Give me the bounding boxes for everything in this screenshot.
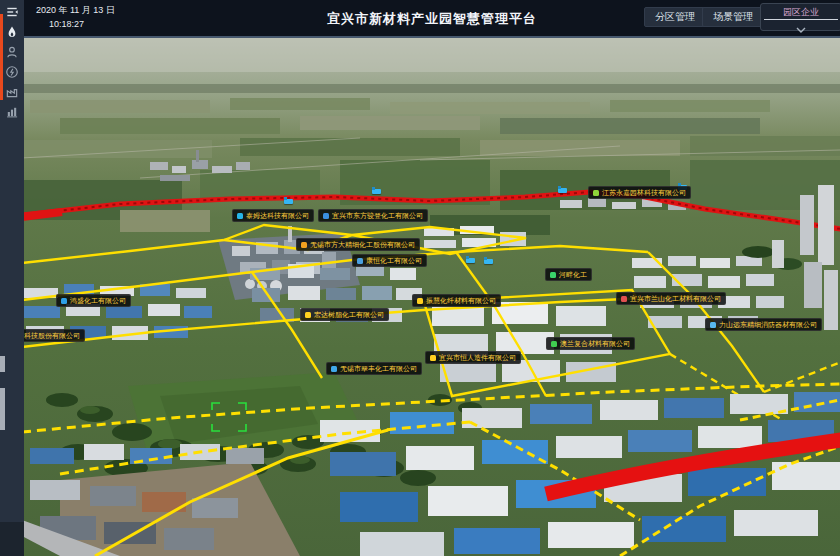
company-marker-icon <box>593 190 599 196</box>
left-sidebar <box>0 0 24 556</box>
company-label-text: 鸿盛化工有限公司 <box>70 297 126 304</box>
company-label-text: 宜兴市兰山化工材料有限公司 <box>630 295 721 302</box>
app-root: { "header": { "date": "2020 年 11 月 13 日"… <box>0 0 840 556</box>
company-marker-icon <box>301 242 307 248</box>
company-label-text: 力山远东精细消防器材有限公司 <box>719 321 817 328</box>
scene-management-button[interactable]: 场景管理 <box>702 7 764 27</box>
company-label-text: 江苏永嘉园林科技有限公司 <box>602 189 686 196</box>
edge-sliver <box>0 356 5 372</box>
company-label-text: 河畔化工 <box>559 271 587 278</box>
company-marker-icon <box>305 312 311 318</box>
company-marker-icon <box>550 272 556 278</box>
company-label-text: 宏达树脂化工有限公司 <box>314 311 384 318</box>
dropdown-label: 园区企业 <box>761 4 840 19</box>
map-company-label[interactable]: 康恒化工有限公司 <box>352 254 427 267</box>
company-label-text: 无锡市方大精细化工股份有限公司 <box>310 241 415 248</box>
company-label-text: 宜兴市恒人造件有限公司 <box>439 354 516 361</box>
company-label-text: 澳兰复合材料有限公司 <box>560 340 630 347</box>
map-company-label[interactable]: 泰姆达科技有限公司 <box>232 209 314 222</box>
factory-icon[interactable] <box>5 85 19 99</box>
map-company-label[interactable]: 宜兴市东方骏登化工有限公司 <box>318 209 428 222</box>
map-company-label[interactable]: 振慧化纤材料有限公司 <box>412 294 501 307</box>
map-company-label[interactable]: 鸿盛化工有限公司 <box>56 294 131 307</box>
map-company-label[interactable]: 澳兰复合材料有限公司 <box>546 337 635 350</box>
energy-icon[interactable] <box>5 65 19 79</box>
company-marker-icon <box>621 296 627 302</box>
fire-icon[interactable] <box>5 25 19 39</box>
company-marker-icon <box>323 213 329 219</box>
active-accent-strip <box>0 14 3 100</box>
map-company-label[interactable]: 宜兴市恒人造件有限公司 <box>425 351 521 364</box>
park-enterprise-dropdown[interactable]: 园区企业 <box>760 3 840 31</box>
company-marker-icon <box>331 366 337 372</box>
map-company-label[interactable]: 河畔化工 <box>545 268 592 281</box>
menu-collapse-icon[interactable] <box>5 5 19 19</box>
map-company-label[interactable]: 江苏永嘉园林科技有限公司 <box>588 186 691 199</box>
company-marker-icon <box>357 258 363 264</box>
company-marker-icon <box>61 298 67 304</box>
company-marker-icon <box>710 322 716 328</box>
zone-management-button[interactable]: 分区管理 <box>644 7 706 27</box>
company-marker-icon <box>237 213 243 219</box>
map-company-label[interactable]: 无锡市翠丰化工有限公司 <box>326 362 422 375</box>
map-company-label[interactable]: 力山远东精细消防器材有限公司 <box>705 318 822 331</box>
company-marker-icon <box>417 298 423 304</box>
map-canvas <box>0 0 840 556</box>
company-label-text: 泰姆达科技有限公司 <box>246 212 309 219</box>
user-icon[interactable] <box>5 45 19 59</box>
top-header-bar: 2020 年 11 月 13 日 10:18:27 宜兴市新材料产业园智慧管理平… <box>24 0 840 38</box>
selection-brackets <box>211 402 247 432</box>
map-company-label[interactable]: 宏达树脂化工有限公司 <box>300 308 389 321</box>
map-company-label[interactable]: 宜兴市兰山化工材料有限公司 <box>616 292 726 305</box>
map-company-label[interactable]: 无锡市方大精细化工股份有限公司 <box>296 238 420 251</box>
map-3d-view[interactable] <box>0 0 840 556</box>
edge-sliver <box>0 388 5 430</box>
company-marker-icon <box>551 341 557 347</box>
company-label-text: 无锡市翠丰化工有限公司 <box>340 365 417 372</box>
company-label-text: 振慧化纤材料有限公司 <box>426 297 496 304</box>
sidebar-footer <box>0 522 24 556</box>
company-marker-icon <box>430 355 436 361</box>
foreground-left-block <box>22 444 300 556</box>
chevron-down-icon <box>761 20 840 38</box>
company-label-text: 宜兴市东方骏登化工有限公司 <box>332 212 423 219</box>
bar-chart-icon[interactable] <box>5 105 19 119</box>
company-label-text: 康恒化工有限公司 <box>366 257 422 264</box>
